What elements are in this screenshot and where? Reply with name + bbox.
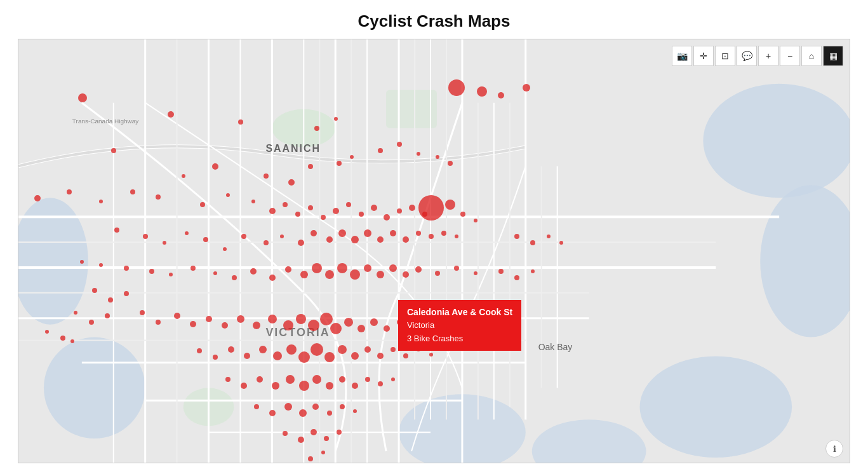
svg-point-4 [44,337,145,439]
svg-rect-9 [386,90,437,128]
page-title-container: Cyclist Crash Maps [0,0,868,39]
minus-button[interactable]: − [780,46,800,66]
add-button[interactable]: + [758,46,778,66]
tooltip-crashes: 3 Bike Crashes [407,332,512,346]
camera-button[interactable]: 📷 [672,46,692,66]
svg-text:Trans-Canada Highway: Trans-Canada Highway [72,118,138,125]
svg-text:SAANICH: SAANICH [265,143,321,154]
map-container: SAANICH VICTORIA Oak Bay Trans-Canada Hi… [18,39,850,463]
home-button[interactable]: ⌂ [801,46,822,66]
map-toolbar: 📷 ✛ ⊡ 💬 + − ⌂ ▦ [672,46,843,66]
tooltip-city: Victoria [407,319,512,332]
svg-point-1 [703,84,850,198]
crash-tooltip: Caledonia Ave & Cook St Victoria 3 Bike … [398,300,521,351]
crosshair-button[interactable]: ✛ [693,46,714,66]
svg-text:VICTORIA: VICTORIA [265,326,330,339]
tooltip-street: Caledonia Ave & Cook St [407,305,512,319]
svg-point-6 [640,357,792,458]
selection-button[interactable]: ⊡ [715,46,735,66]
page-title: Cyclist Crash Maps [0,11,868,31]
info-button[interactable]: ℹ [825,440,843,458]
svg-text:Oak Bay: Oak Bay [538,342,573,352]
chart-button[interactable]: ▦ [823,46,843,66]
comment-button[interactable]: 💬 [737,46,757,66]
map-svg: SAANICH VICTORIA Oak Bay Trans-Canada Hi… [18,39,850,463]
